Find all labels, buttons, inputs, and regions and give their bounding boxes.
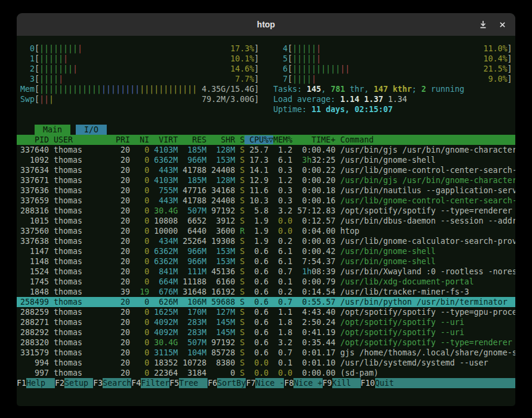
meter-bar: ||||||||||||21.5% [292,64,507,74]
table-cell: 6.1 [268,247,292,256]
meter-bar-segment: |||| [292,75,311,83]
table-cell: 337671 thomas 20 [20,176,130,185]
table-cell: 0.6 [245,318,268,327]
table-cell: 337634 thomas 20 [20,166,130,175]
fn-f3-button[interactable]: Search [103,378,131,388]
process-row[interactable]: 1148 thomas 20 0 6362M 966M 153M S 0.6 6… [17,256,515,267]
process-row[interactable]: 337560 thomas 20 0 10000 6440 3600 R 1.9… [17,226,515,236]
table-cell: 0 [130,145,149,154]
table-cell: 3184 [178,369,206,377]
fnkey-label-f10: F10 [361,378,375,388]
table-cell: S [235,287,245,296]
fn-f6-button[interactable]: SortBy [217,378,246,388]
meter-value: 79.2M/3.00G [202,94,254,104]
process-row[interactable]: 288320 thomas 20 0 30.4G 507M 97192 S 0.… [17,338,515,348]
meter-label: Mem [20,84,35,94]
meter-label: 4 [273,44,287,54]
table-cell: 1848 thomas 39 [20,287,130,296]
tasks-summary: Tasks: 145, 781 thr, 147 kthr; 2 running [273,84,464,94]
titlebar[interactable]: htop [17,13,515,36]
process-row[interactable]: 288271 thomas 20 0 4092M 283M 145M S 0.6… [17,317,515,327]
tab-main[interactable]: Main [35,125,70,135]
meter-value: 17.3% [230,44,254,54]
close-icon[interactable] [499,21,506,28]
table-cell: 1.9 [245,227,268,236]
meter-label: 1 [20,54,35,64]
table-cell: 0.7 [268,298,292,306]
blank-line [17,114,515,125]
table-cell: /usr/bin/nautilus --gapplication-serv [335,186,515,195]
meter-bracket: [ [35,44,39,54]
swap-meter: Swp[|||79.2M/3.00G] [20,94,259,104]
fn-f1-button[interactable]: Help [26,378,55,388]
meter-value: 10.4% [484,54,508,64]
table-cell: 4:43.40 [292,308,335,317]
process-row[interactable]: 288259 thomas 20 0 1625M 170M 127M S 0.6… [17,307,515,317]
table-cell: 0.7 [268,348,292,357]
process-row[interactable]: 337659 thomas 20 0 443M 41788 24408 S 10… [17,196,515,206]
meter-bar-segment: | [49,95,54,104]
process-row[interactable]: 337638 thomas 20 0 434M 25264 19308 S 1.… [17,236,515,246]
table-cell: 288316 thomas 20 [20,206,130,215]
table-cell: 0.6 [245,247,268,256]
meter-bar: |||||||||17.3% [39,44,254,54]
process-row[interactable]: 337671 thomas 20 0 4103M 185M 128M S 12.… [17,175,515,185]
fn-f10-button[interactable]: Quit [375,378,515,388]
process-row[interactable]: 337640 thomas 20 0 4103M 185M 128M S 25.… [17,145,515,155]
column-header[interactable]: CPU%▽ [245,135,273,144]
download-icon[interactable] [479,20,487,29]
fn-f2-button[interactable]: Setup [64,378,93,388]
process-row[interactable]: 337636 thomas 20 0 755M 47716 34168 S 11… [17,185,515,196]
meter-bar-segment: | [316,44,321,53]
table-cell: S [235,338,245,347]
process-row[interactable]: 1147 thomas 20 0 6362M 966M 153M S 0.6 6… [17,246,515,256]
table-cell: 0:00.16 [292,196,335,205]
table-cell: /opt/spotify/spotify --type=gpu-proce [335,308,515,317]
table-cell: 0.6 [245,308,268,317]
table-cell: 0:01.17 [292,348,335,357]
cpu-meter-row: 1[||||||10.1%] 5[||||||10.4%] [17,54,515,64]
process-row[interactable]: 1015 thomas 20 0 10808 6652 3912 S 1.9 0… [17,216,515,226]
tab-io[interactable]: I/O [76,125,107,135]
cpu-meter-5: 5[||||||10.4%] [273,54,512,64]
table-cell: 16192 [206,287,235,296]
table-cell: S [235,257,245,266]
process-row[interactable]: 994 thomas 20 0 18352 10728 8380 S 0.0 0… [17,358,515,368]
meter-bracket: ] [254,44,259,54]
table-cell: 283M [178,328,206,337]
text-segment: 1.37 [364,95,388,104]
fn-f8-button[interactable]: Nice + [293,378,322,388]
fn-f7-button[interactable]: Nice - [255,378,284,388]
fn-f4-button[interactable]: Filter [141,378,169,388]
column-header[interactable]: MEM% TIME+ Command [273,135,373,144]
meter-bar-segment: |||||||| [39,44,78,53]
table-cell [292,156,302,165]
process-row[interactable]: 997 thomas 20 0 22364 3184 0 S 0.0 0.0 0… [17,368,515,378]
process-row[interactable]: 1745 thomas 20 0 664M 11188 6160 S 0.6 0… [17,277,515,287]
table-cell: 0.6 [245,277,268,286]
table-cell [292,267,302,276]
process-row-selected[interactable]: 258499 thomas 20 0 626M 106M 59688 S 0.6… [17,297,515,307]
meter-bar: ||||||||14.6% [39,64,254,74]
table-cell: 14.1 [245,166,268,175]
meter-gap [259,84,273,94]
process-row[interactable]: 337634 thomas 20 0 443M 41788 24408 S 14… [17,165,515,175]
meter-label: Swp [20,94,35,104]
table-cell: 0.2 [268,237,292,246]
cpu-meter-4: 4[||||||11.0%] [273,44,512,54]
uptime-row: Uptime: 11 days, 02:15:07 [17,104,515,114]
process-row[interactable]: 288316 thomas 20 0 30.4G 507M 97192 S 5.… [17,206,515,216]
table-cell: 0.6 [245,257,268,266]
process-row[interactable]: 288292 thomas 20 0 4092M 283M 145M S 0.6… [17,327,515,338]
fn-f9-button[interactable]: Kill [332,378,361,388]
process-row[interactable]: 1848 thomas 39 19 676M 31648 16192 S 0.6… [17,287,515,297]
table-header-row[interactable]: PID USER PRI NI VIRT RES SHR S CPU%▽MEM%… [17,135,515,145]
process-row[interactable]: 331579 thomas 20 0 3115M 104M 85728 S 0.… [17,348,515,358]
fn-f5-button[interactable]: Tree [179,378,208,388]
table-cell: /usr/bin/gnome-shell [335,247,435,256]
process-row[interactable]: 1524 thomas 20 0 841M 111M 45136 S 0.6 0… [17,267,515,277]
column-header[interactable]: PID USER PRI NI VIRT RES SHR S [20,135,245,144]
table-cell: 337560 thomas 20 [20,227,130,236]
process-row[interactable]: 1092 thomas 20 0 6362M 966M 153M S 17.3 … [17,155,515,165]
table-cell: 507M [178,206,206,215]
